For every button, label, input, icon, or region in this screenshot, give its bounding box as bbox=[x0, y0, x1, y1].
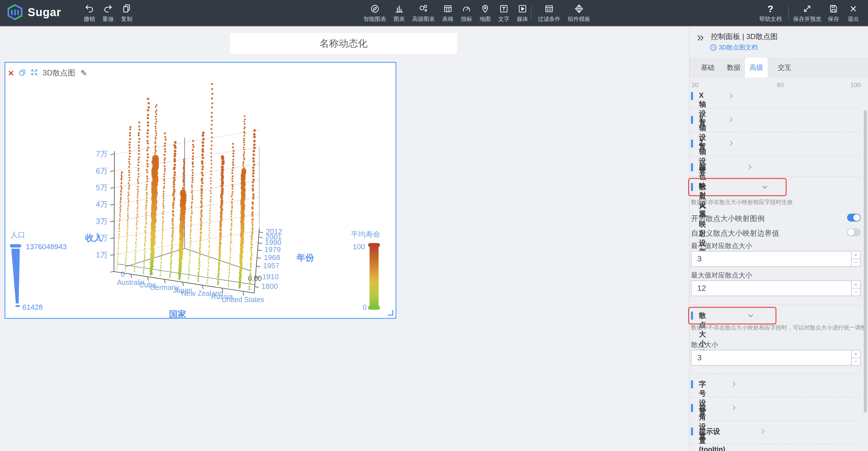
help-icon: ? bbox=[768, 3, 774, 14]
smart-chart-icon bbox=[370, 3, 380, 14]
tab-interaction[interactable]: 交互 bbox=[772, 57, 798, 77]
separator bbox=[690, 397, 860, 397]
advanced-chart-button[interactable]: 高级图表 bbox=[412, 3, 435, 23]
section-accent-bar bbox=[691, 139, 693, 148]
toggle-custom-bounds[interactable] bbox=[847, 228, 861, 236]
help-button[interactable]: ? 帮助文档 bbox=[758, 3, 783, 23]
stepper-up[interactable]: + bbox=[851, 252, 860, 259]
scale-label-60: 60 bbox=[764, 82, 797, 89]
svg-text:0: 0 bbox=[121, 270, 125, 278]
redo-button[interactable]: 重做 bbox=[102, 3, 114, 23]
table-button[interactable]: 表格 bbox=[442, 3, 454, 23]
exit-button[interactable]: 退出 bbox=[845, 3, 861, 23]
text-button[interactable]: 文字 bbox=[498, 3, 509, 23]
separator bbox=[690, 132, 860, 132]
svg-text:United States: United States bbox=[222, 296, 264, 303]
template-cube-icon bbox=[574, 3, 584, 14]
panel-collapse-icon[interactable]: » bbox=[697, 33, 704, 41]
stepper-up[interactable]: + bbox=[851, 350, 860, 358]
section-accent-bar bbox=[691, 116, 693, 124]
history-tools: 撤销 重做 复制 bbox=[84, 3, 132, 23]
media-button[interactable]: 媒体 bbox=[517, 3, 528, 23]
svg-text:1910: 1910 bbox=[262, 272, 279, 281]
toggle-bounds-label: 自定义散点大小映射边界值 bbox=[691, 228, 779, 238]
duplicate-component-icon[interactable] bbox=[19, 69, 26, 77]
tab-data[interactable]: 数据 bbox=[721, 57, 747, 77]
copy-icon bbox=[122, 3, 131, 14]
panel-tabbar: 基础 数据 高级 交互 bbox=[690, 57, 868, 77]
panel-title: 控制面板 | 3D散点图 bbox=[711, 32, 777, 41]
svg-text:1968: 1968 bbox=[264, 253, 280, 262]
dashboard-title[interactable]: 名称动态化 bbox=[230, 33, 457, 54]
tab-advanced[interactable]: 高级 bbox=[745, 57, 768, 77]
help-label: 帮助文档 bbox=[759, 15, 782, 23]
min-size-input[interactable]: 3 +− bbox=[691, 251, 861, 267]
copy-label: 复制 bbox=[121, 15, 132, 23]
tab-basic[interactable]: 基础 bbox=[695, 57, 721, 77]
size-input[interactable]: 3 +− bbox=[691, 350, 861, 366]
min-size-value[interactable]: 3 bbox=[697, 254, 702, 263]
min-size-label: 最小值对应散点大小 bbox=[691, 241, 752, 250]
separator bbox=[690, 444, 860, 444]
filter-button[interactable]: 过滤条件 bbox=[538, 3, 560, 23]
toolbar-divider bbox=[531, 6, 531, 20]
stepper: +− bbox=[851, 281, 860, 296]
exit-label: 退出 bbox=[848, 15, 859, 23]
svg-text:61428: 61428 bbox=[22, 303, 43, 312]
map-pin-icon bbox=[480, 3, 490, 14]
toggle-legend-label: 开启散点大小映射图例 bbox=[691, 214, 765, 224]
svg-text:6万: 6万 bbox=[96, 167, 108, 175]
svg-text:100: 100 bbox=[353, 243, 365, 251]
stepper-down[interactable]: − bbox=[851, 259, 860, 266]
rename-pencil-icon[interactable]: ✎ bbox=[80, 68, 87, 78]
toggle-knob bbox=[848, 229, 855, 236]
separator bbox=[690, 304, 860, 305]
smart-chart-button[interactable]: 智能图表 bbox=[364, 3, 386, 23]
bubbles-icon bbox=[419, 3, 428, 14]
control-panel bbox=[689, 27, 868, 451]
gauge-button[interactable]: 指标 bbox=[461, 3, 472, 23]
component-title: 3D散点图 bbox=[43, 68, 75, 78]
filter-label: 过滤条件 bbox=[538, 15, 560, 23]
stepper-up[interactable]: + bbox=[851, 281, 860, 289]
save-icon bbox=[829, 3, 838, 14]
brand-name: Sugar bbox=[28, 6, 61, 19]
save-button[interactable]: 保存 bbox=[826, 3, 841, 23]
svg-text:5万: 5万 bbox=[96, 183, 108, 192]
stepper-down[interactable]: − bbox=[851, 289, 860, 296]
save-preview-button[interactable]: 保存并预览 bbox=[792, 3, 823, 23]
doc-link[interactable]: ? 3D散点图文档 bbox=[710, 43, 758, 52]
doc-link-label: 3D散点图文档 bbox=[719, 43, 758, 52]
section-accent-bar bbox=[691, 183, 693, 191]
toggle-size-legend[interactable] bbox=[847, 214, 861, 222]
undo-label: 撤销 bbox=[84, 15, 95, 23]
size-mapping-hint: 数据中存在散点大小映射相应字段时生效 bbox=[691, 198, 793, 206]
undo-button[interactable]: 撤销 bbox=[84, 3, 95, 23]
size-value[interactable]: 3 bbox=[697, 353, 702, 362]
chart-button[interactable]: 图表 bbox=[394, 3, 405, 23]
panel-scrollbar[interactable] bbox=[864, 110, 867, 413]
separator bbox=[690, 108, 860, 108]
toolbar-divider-2 bbox=[788, 6, 789, 20]
max-size-value[interactable]: 12 bbox=[697, 284, 706, 293]
separator bbox=[690, 176, 860, 177]
max-size-label: 最大值对应散点大小 bbox=[691, 271, 752, 280]
insert-tools: 智能图表 图表 高级图表 表格 bbox=[364, 3, 528, 23]
svg-text:1万: 1万 bbox=[96, 251, 108, 259]
template-button[interactable]: 组件模板 bbox=[568, 3, 590, 23]
size-setting-hint: 数据中不存在散点大小映射相应字段时，可以对散点大小进行统一调整 bbox=[691, 324, 866, 331]
expand-component-icon[interactable] bbox=[31, 69, 38, 77]
chart-label: 图表 bbox=[394, 15, 405, 23]
map-button[interactable]: 地图 bbox=[479, 3, 491, 23]
chart-component-3d-scatter[interactable]: × 3D散点图 ✎ 1万2万3万4万5万6万7万0AustraliaCubaGe… bbox=[4, 62, 396, 319]
redo-label: 重做 bbox=[102, 15, 114, 23]
max-size-input[interactable]: 12 +− bbox=[691, 280, 861, 296]
save-preview-label: 保存并预览 bbox=[793, 15, 822, 23]
advanced-chart-label: 高级图表 bbox=[412, 15, 435, 23]
gauge-label: 指标 bbox=[461, 15, 472, 23]
stepper-down[interactable]: − bbox=[851, 358, 860, 365]
svg-text:1800: 1800 bbox=[261, 282, 278, 290]
editor-canvas[interactable]: 名称动态化 × 3D散点图 ✎ 1万2万3万4万5万6万7万0Australia… bbox=[0, 27, 689, 451]
copy-button[interactable]: 复制 bbox=[121, 3, 132, 23]
delete-component-icon[interactable]: × bbox=[8, 69, 14, 77]
